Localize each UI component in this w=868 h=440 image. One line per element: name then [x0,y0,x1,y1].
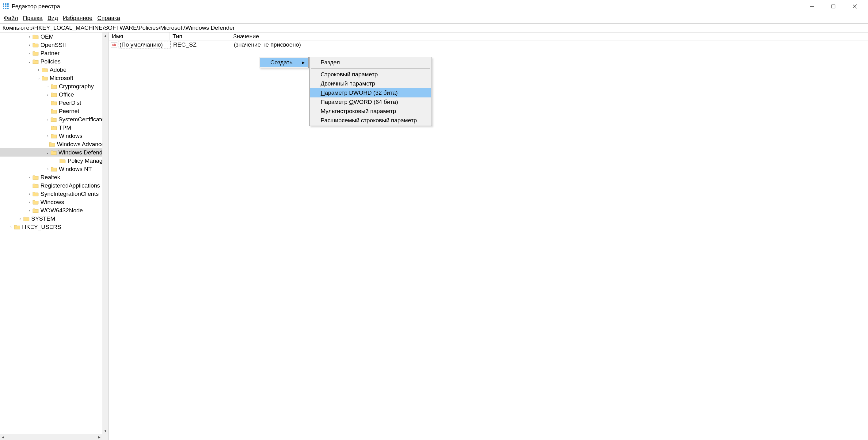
value-type: REG_SZ [171,41,231,48]
chevron-down-icon[interactable]: ⌄ [37,76,42,80]
tree-item[interactable]: ›TPM [0,124,102,132]
tree-item-label: Cryptography [59,83,94,90]
scroll-right-icon[interactable]: ▶ [96,434,102,440]
folder-icon [32,191,39,197]
scroll-left-icon[interactable]: ◀ [0,434,6,440]
tree-item-label: Windows NT [59,166,92,172]
tree-item[interactable]: ›OpenSSH [0,41,102,49]
folder-icon [32,183,39,188]
tree-item[interactable]: ›Windows NT [0,165,102,173]
tree-item-label: Windows Advanced Threat Protection [57,141,102,148]
chevron-right-icon[interactable]: › [46,167,51,171]
chevron-right-icon[interactable]: › [28,200,32,205]
tree-item[interactable]: ›HKEY_USERS [0,223,102,231]
svg-rect-10 [832,5,835,8]
chevron-right-icon[interactable]: › [37,68,42,72]
value-row[interactable]: ab (По умолчанию) REG_SZ (значение не пр… [109,40,868,49]
submenu-qword-param[interactable]: Параметр QWORD (64 бита) [310,97,431,106]
scroll-up-icon[interactable]: ▲ [102,32,108,39]
chevron-right-icon[interactable]: › [28,208,32,213]
chevron-right-icon[interactable]: › [28,192,32,196]
scrollbar-corner [102,434,108,440]
folder-icon [51,150,57,155]
address-bar[interactable]: Компьютер\HKEY_LOCAL_MACHINE\SOFTWARE\Po… [0,23,868,32]
folder-icon [51,125,57,130]
tree-item[interactable]: ›Office [0,90,102,99]
tree-item[interactable]: ›OEM [0,32,102,41]
submenu-multistring-param[interactable]: Мультистроковый параметр [310,106,431,116]
tree-item[interactable]: ›Realtek [0,173,102,181]
tree-item[interactable]: ›Partner [0,49,102,57]
menu-separator [311,68,430,69]
column-value-header[interactable]: Значение [230,32,868,40]
tree-item-label: Peernet [59,108,80,115]
svg-rect-6 [3,8,4,9]
submenu-binary-param[interactable]: Двоичный параметр [310,79,431,88]
folder-icon [42,75,48,81]
menu-edit[interactable]: Правка [21,14,45,22]
maximize-button[interactable] [823,0,844,12]
tree-item-label: Adobe [50,66,66,73]
tree-item[interactable]: ⌄Policies [0,57,102,66]
tree-item[interactable]: ›Policy Manager [0,157,102,165]
tree-item[interactable]: ›Adobe [0,66,102,74]
tree-item-label: HKEY_USERS [22,224,61,230]
chevron-right-icon[interactable]: › [28,51,32,56]
chevron-right-icon[interactable]: › [28,175,32,180]
menu-file[interactable]: Файл [1,14,21,22]
close-button[interactable] [844,0,866,12]
tree-item-label: TPM [59,124,71,131]
tree-item[interactable]: ⌄Windows Defender [0,148,102,157]
tree-item[interactable]: ›Peernet [0,107,102,115]
folder-icon [51,84,57,89]
tree-vertical-scrollbar[interactable]: ▲ ▼ [102,32,108,434]
chevron-down-icon[interactable]: ⌄ [46,151,51,155]
menu-view[interactable]: Вид [45,14,60,22]
chevron-right-icon[interactable]: › [46,84,51,89]
tree-item[interactable]: ›Windows [0,132,102,140]
column-type-header[interactable]: Тип [169,32,230,40]
context-menu-create[interactable]: Создать ▶ [260,58,308,67]
tree-item[interactable]: ⌄Microsoft [0,74,102,82]
chevron-down-icon[interactable]: ⌄ [28,59,32,64]
tree-pane: ›OEM›OpenSSH›Partner⌄Policies›Adobe⌄Micr… [0,32,109,440]
tree-item-label: Office [59,91,74,98]
svg-text:ab: ab [112,43,116,46]
chevron-right-icon[interactable]: › [28,43,32,47]
chevron-right-icon[interactable]: › [28,35,32,39]
folder-icon [32,175,39,180]
tree-item[interactable]: ›Windows [0,198,102,206]
submenu-section[interactable]: Раздел [310,58,431,67]
chevron-right-icon[interactable]: › [46,117,51,122]
tree-item[interactable]: ›SyncIntegrationClients [0,190,102,198]
tree-horizontal-scrollbar[interactable]: ◀ ▶ [0,434,102,440]
minimize-button[interactable] [801,0,823,12]
tree-item-label: Policies [40,58,60,65]
tree-item[interactable]: ›PeerDist [0,99,102,107]
submenu-dword-param[interactable]: Параметр DWORD (32 бита) [310,88,431,97]
tree-item[interactable]: ›RegisteredApplications [0,181,102,190]
submenu-arrow-icon: ▶ [302,61,305,65]
column-name-header[interactable]: Имя [109,32,169,40]
tree-item-label: Realtek [40,174,60,181]
columns-header: Имя Тип Значение [109,32,868,40]
svg-rect-1 [5,3,6,5]
chevron-right-icon[interactable]: › [46,134,51,138]
chevron-right-icon[interactable]: › [19,217,23,221]
titlebar: Редактор реестра [0,0,868,13]
tree-item[interactable]: ›WOW6432Node [0,206,102,215]
chevron-right-icon[interactable]: › [9,225,14,229]
chevron-right-icon[interactable]: › [46,93,51,97]
tree-item[interactable]: ›SYSTEM [0,215,102,223]
submenu-expandstring-param[interactable]: Расширяемый строковый параметр [310,116,431,125]
tree-item[interactable]: ›Windows Advanced Threat Protection [0,140,102,148]
svg-rect-4 [5,5,6,7]
tree-item[interactable]: ›Cryptography [0,82,102,90]
submenu-string-param[interactable]: Строковый параметр [310,70,431,79]
menu-favorites[interactable]: Избранное [60,14,95,22]
folder-icon [32,34,39,39]
menubar: Файл Правка Вид Избранное Справка [0,13,868,23]
scroll-down-icon[interactable]: ▼ [102,428,108,434]
menu-help[interactable]: Справка [95,14,123,22]
tree-item[interactable]: ›SystemCertificates [0,115,102,124]
